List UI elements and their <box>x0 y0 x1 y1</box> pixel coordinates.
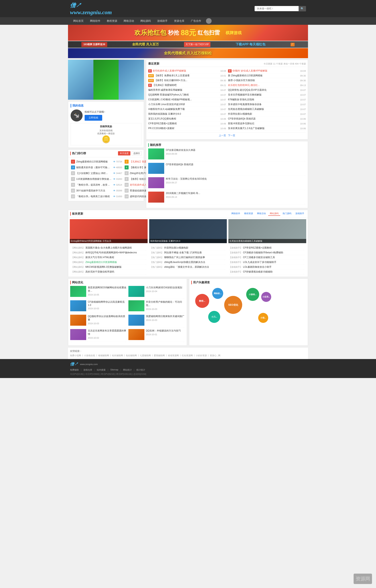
recent-link[interactable]: 编程营养所:减肥食谱应用破解版 <box>148 88 220 92</box>
nav-item-game[interactable]: 游戏助手 <box>154 17 171 25</box>
footer-link-1[interactable]: 免费小说网 <box>70 354 81 357</box>
block-list-link[interactable]: 新浪大气引导到 HTML教程 <box>85 256 147 259</box>
btab-source[interactable]: 网站源码 <box>268 211 280 216</box>
block-list-link[interactable]: 高价买的干货微信程序源码 <box>85 270 147 273</box>
block-list-link[interactable]: 聊聊我在广州上班打融和好打拥房故事 <box>164 256 226 259</box>
footer-link-9[interactable]: 红钻资源网 <box>182 354 193 357</box>
footer-link-2[interactable]: 小游戏在线 <box>84 354 95 357</box>
opt-link-6[interactable]: 抖音分析用户体验的能论：可访问性... <box>146 300 185 307</box>
opt-link-7[interactable]: 我爱辅助网用日期来制作关键词推广 <box>146 315 184 318</box>
opt-link-2[interactable]: CF游戏辅助网带你认识高流量暗流1.0 <box>88 300 127 306</box>
block-list-link[interactable]: 英国图片暴合-合大免费上传图片生储网源程 <box>85 246 147 250</box>
rand-link-1[interactable]: CF全新召唤好友送永久神器 <box>166 148 195 152</box>
recent-link[interactable]: QQ表情包-超过QQ会员VIP主题表化 <box>228 88 299 92</box>
nav-item-home[interactable]: 网站首页 <box>70 17 87 25</box>
block-list-link[interactable]: CF清楼多功能辅助手Beta4.4免费辅助 <box>243 251 305 254</box>
block-list-link[interactable]: CF帝堂REZ透视+过图教程 <box>243 246 305 250</box>
block-list-link[interactable]: CF舒缘透视自瞄多功能辅助 <box>243 270 305 273</box>
recent-link[interactable]: 【兄弟站】我爱辅助吧 <box>153 84 220 87</box>
footer-nav-link-2[interactable]: 游戏仓库 <box>83 368 92 371</box>
recent-link[interactable]: 抖音阿拉善1v视频电影 <box>228 112 299 116</box>
nav-item-tutorial[interactable]: 教程资源 <box>104 17 120 25</box>
recent-link[interactable]: PR.CC2018教程+源素材 <box>148 127 220 130</box>
submit-button[interactable]: 立即投稿 <box>85 115 102 121</box>
footer-link-6[interactable]: 七度辅助网 <box>140 354 151 357</box>
block-list-link[interactable]: zblog源站 「搜索文件非法」原因解决办法 <box>164 265 226 269</box>
recent-link[interactable]: 安卓乐乔视频循环音乐教程解版 <box>228 93 299 96</box>
recent-link[interactable]: CF帝堂REZ透视+过图教程 <box>148 122 220 125</box>
hot-link-3[interactable]: 辅助通关软件器（通杀可可验证+E... <box>76 166 112 169</box>
recent-link[interactable]: 老司机插件成人直播APP破解版 <box>153 69 220 73</box>
recent-link[interactable]: 你懂的! 妙佳成人直播APP破解版 <box>232 69 299 73</box>
hot-link-9[interactable]: 『教程分享』提高清奇，改变人生... <box>76 183 112 187</box>
btab-hot[interactable]: 热门源码 <box>281 211 293 216</box>
rand-link-2[interactable]: CF登录奖励6Qb 英雄武器 <box>166 163 193 166</box>
block-list-link[interactable]: LOL极路防御攻攻击小助手 <box>243 265 305 269</box>
opt-link-4[interactable]: 北京赶乐发网发布文章霜霜露露的事情 <box>88 329 127 336</box>
next-page-btn[interactable]: 下一页 <box>228 134 235 137</box>
prev-page-btn[interactable]: 上一页 <box>219 134 226 137</box>
rand-link-3[interactable]: 科学刀法论：互联网公司排名SEO优化 <box>166 177 207 181</box>
footer-nav-link-3[interactable]: 站内搜索 <box>97 368 106 371</box>
footer-nav-link-6[interactable]: 统计统计 <box>136 368 145 371</box>
banner-top[interactable]: 欢乐抢红包 秒抢 88元 红包扫雷 棋牌游戏 <box>68 25 308 41</box>
footer-nav-link-4[interactable]: Sitemap <box>110 368 118 371</box>
btab-activity[interactable]: 网络活动 <box>255 211 267 216</box>
bubble-app[interactable]: 小应用... <box>261 292 271 302</box>
nav-item-ads[interactable]: 广告合作 <box>188 17 204 25</box>
recent-link[interactable]: AI微客软件永久vip破解版免费下载 <box>148 107 220 111</box>
nav-item-source[interactable]: 网站源码 <box>137 17 154 25</box>
footer-link-7[interactable]: 爱我辅助网 <box>154 354 165 357</box>
block-list-link[interactable]: 抖音阿拉善1v视频电影 <box>164 246 226 250</box>
recent-link[interactable]: 安卓虚拟卡电鬼僵替身备份设备 <box>228 103 299 106</box>
block-list-link[interactable]: 阿拉善不稀饭 全集下载 17岁阿拉善 <box>164 251 226 254</box>
footer-nav-link-1[interactable]: 免费辅助 <box>70 368 79 371</box>
bubble-xq[interactable]: 小强... <box>258 313 268 323</box>
bubble-seo[interactable]: SEO优化 <box>224 296 242 314</box>
search-input[interactable] <box>254 6 299 11</box>
recent-link[interactable]: 推荐:小强娱乐官方推招收 <box>228 79 299 82</box>
recent-link[interactable]: 欢乐抢红包秒抢88元,微信红... <box>228 84 299 87</box>
bubble-software[interactable]: 网络软... <box>212 288 223 299</box>
recent-link[interactable]: 小刀乐乐网 Linux安攻技术超100讲 <box>148 103 220 106</box>
hot-link-11[interactable]: 30个姑娘学霸高效学习方法 <box>76 189 112 192</box>
nav-item-activity[interactable]: 网络活动 <box>120 17 137 25</box>
recent-link[interactable]: 某宝1元开1月QQ黄钻教程 <box>148 117 220 120</box>
hot-link-7[interactable]: 115资源网教你用搜索引擎快速记... <box>76 178 112 181</box>
block-list-link[interactable]: CF三清楼多功能安全辅助工具 <box>243 256 305 259</box>
recent-link[interactable]: QQ源网网 零基础编写Python入门教程 <box>148 93 220 96</box>
recent-link[interactable]: 新 Zblog最新精仿115资源网模板 <box>228 74 299 77</box>
rand-link-4[interactable]: 2019滴滴二开视频打车源码 等... <box>166 192 200 195</box>
recent-link[interactable]: CF登录奖励6Qb 英雄武器 <box>228 117 299 120</box>
block-list-link[interactable]: zblog将JavaScript加载位置的解决办法 <box>164 261 226 264</box>
block-list-link[interactable]: MKCMS影视源网6.3完整版破解版 <box>85 265 147 269</box>
recent-link[interactable]: 678编陈放 职场礼仪指南 <box>228 98 299 101</box>
logo[interactable]: 僧↗ www.zengniu.com <box>70 2 112 16</box>
recent-link[interactable]: 【推荐】轻松日赚3000+方法... <box>155 79 220 82</box>
footer-nav-link-5[interactable]: 网站统计 <box>123 368 132 371</box>
opt-link-8[interactable]: QQ实例：外链建设的方法与技巧 <box>146 329 181 333</box>
footer-link-3[interactable]: 域域辅助网 <box>98 354 109 357</box>
bubble-xd[interactable]: 小刀... <box>208 311 220 323</box>
footer-link-8[interactable]: 省省资源网 <box>168 354 179 357</box>
recent-link[interactable]: 我和我的祖国脸版 豆瓣评分8.0 <box>148 112 220 116</box>
bubble-game[interactable]: 小游戏... <box>246 288 259 301</box>
recent-link[interactable]: 【推荐】免费收录1天上百度速看 <box>155 74 220 77</box>
banner-bottom[interactable]: 全民代理模式 月入过万很轻松 <box>68 48 308 58</box>
block-list-link[interactable]: 帅哥QQ手机号持就调测网源码+WAP做dedecms <box>85 251 147 254</box>
nav-item-software[interactable]: 网络软件 <box>87 17 104 25</box>
hot-link-1[interactable]: Zblog最新精仿115资源网模板 <box>76 160 112 163</box>
banner-mid[interactable]: 163棋牌 注册即送38 全民代理 月入百万 天下第一创 TXDY.VIP 下载… <box>68 41 308 48</box>
opt-link-3[interactable]: QQ微粒带你认识改善网站收录的质量 <box>88 315 127 322</box>
recent-link[interactable]: 部落冲突星战争无限钻石 <box>228 122 299 125</box>
btab-tutorial[interactable]: 教程资源 <box>243 211 254 216</box>
block-list-link[interactable]: Zblog最新精仿115资源网模板 <box>85 261 147 264</box>
btab-game[interactable]: 游戏助手 <box>294 211 306 216</box>
slideshow[interactable] <box>68 60 144 100</box>
footer-link-5[interactable]: 包在辅助网 <box>126 354 137 357</box>
opt-link-1[interactable]: 善恶资源网SEO详解网站排名权重改变... <box>88 286 127 293</box>
recent-link[interactable]: CG资源网 | C4D教程 AE模板PR模板视... <box>148 98 220 101</box>
hot-link-5[interactable]: 【少女校舞】父爱如山 泽村... <box>76 172 112 175</box>
footer-link-11[interactable]: 资游心...网 <box>210 354 221 357</box>
hot-link-13[interactable]: 『教程分享』电商美工设计教程 <box>76 195 112 198</box>
